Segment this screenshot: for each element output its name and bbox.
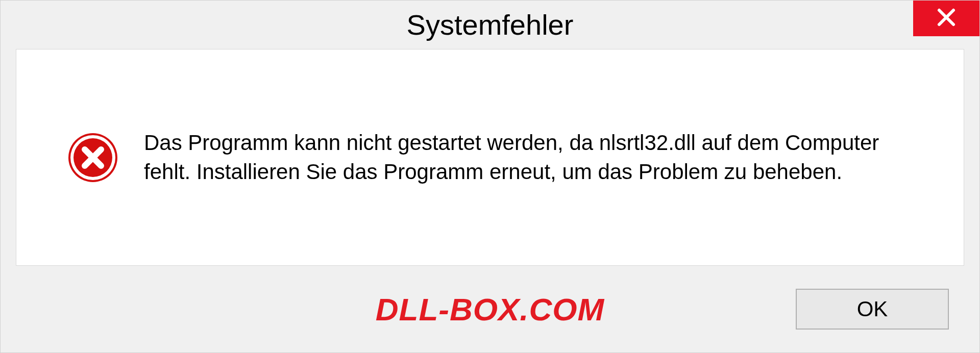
error-message: Das Programm kann nicht gestartet werden… xyxy=(144,129,910,186)
dialog-title: Systemfehler xyxy=(407,8,574,41)
ok-button[interactable]: OK xyxy=(796,289,949,330)
close-button[interactable] xyxy=(913,1,979,36)
title-bar: Systemfehler xyxy=(1,1,979,49)
error-dialog: Systemfehler Das Programm kann nicht ges… xyxy=(0,0,980,353)
watermark-text: DLL-BOX.COM xyxy=(376,291,604,327)
close-icon xyxy=(936,7,957,30)
content-area: Das Programm kann nicht gestartet werden… xyxy=(16,49,964,266)
dialog-footer: DLL-BOX.COM OK xyxy=(1,266,979,352)
error-icon xyxy=(67,132,118,183)
